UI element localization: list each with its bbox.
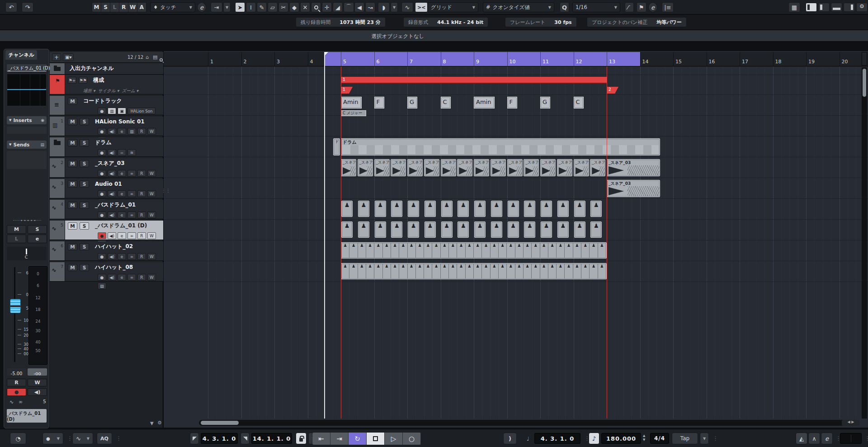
eq-curve-display[interactable] [7,74,47,106]
edit-channel-button[interactable]: e [118,128,126,135]
read-automation-button[interactable]: R [137,232,146,239]
hihat-hit-cell[interactable]: ♟ [366,243,374,258]
kick-audio-event[interactable]: ♟ [408,201,419,217]
audio01-audio-event[interactable]: _スネア_03 [607,180,660,197]
track-row-6[interactable]: ∿6MSハイハット_02●◀)e∞RW▤ [50,241,163,261]
write-automation-button[interactable]: W [28,379,47,386]
read-automation-button[interactable]: R [137,190,146,197]
hihat-hit-cell[interactable]: ♟ [432,243,440,258]
retrospective-record-button[interactable]: ) [503,433,517,444]
track-name[interactable]: HALion Sonic 01 [95,118,145,125]
kick-audio-event[interactable]: ♟ [358,221,369,238]
hihat-hit-cell[interactable]: ♟ [349,263,358,279]
kick-audio-event[interactable]: ♟ [391,221,402,238]
hihat-hit-cell[interactable]: ♟ [515,243,524,258]
monitor-button[interactable]: ◀) [108,128,116,135]
kick-audio-event[interactable]: ♟ [541,201,552,217]
kick-audio-event[interactable]: ♟ [590,201,602,217]
left-locator-display[interactable]: 4. 3. 1. 0 [201,433,238,444]
record-button[interactable]: ○ [403,433,421,445]
hihat-hit-cell[interactable]: ♟ [424,243,432,258]
kick-audio-event[interactable]: ♟ [557,221,569,238]
right-zone-toggle[interactable] [844,3,855,12]
chord-event[interactable]: F [374,97,384,108]
track-row-io[interactable]: 入出力チャンネル [50,63,163,75]
snare-audio-event[interactable]: _スネア [474,159,489,176]
chord-output-dropdown[interactable]: HALion Son [127,108,156,114]
monitor-button[interactable]: ◀) [108,170,116,177]
hihat-hit-cell[interactable]: ♟ [524,243,532,258]
quantize-panel-button[interactable]: e [648,2,657,12]
chord-event[interactable]: G [407,97,417,108]
snap-on-off-button[interactable]: >< [415,2,428,12]
hand-tool[interactable]: ✛ [322,2,332,12]
undo-button[interactable]: ↶ [5,2,17,12]
freeze-button[interactable]: ∞ [127,190,136,197]
snare-audio-event[interactable]: _スネア [457,159,472,176]
automation-m-button[interactable]: M [92,3,101,12]
kick-audio-event[interactable]: ♟ [458,221,469,238]
read-automation-button[interactable]: R [7,379,26,386]
kick-audio-event[interactable]: ♟ [474,221,486,238]
hihat-hit-cell[interactable]: ♟ [383,243,391,258]
kick-audio-event[interactable]: ♟ [574,201,585,217]
kick-audio-event[interactable]: ♟ [408,221,419,238]
left-locator-icon[interactable] [190,433,199,444]
ruler-corner-button[interactable] [862,52,867,66]
read-automation-button[interactable]: R [137,128,146,135]
auto-scroll-button[interactable]: ⇥ [211,2,222,12]
record-enable-button[interactable]: ● [98,149,106,156]
track-name[interactable]: ハイハット_02 [95,243,133,250]
snare-audio-event[interactable]: _スネア [391,159,406,176]
snare-audio-event[interactable]: _スネア [374,159,390,176]
solo-button[interactable]: S [80,222,89,230]
freeze-button[interactable]: ∞ [127,253,136,260]
write-automation-button[interactable]: W [147,170,156,177]
curve-tool[interactable]: ⌒ [344,2,354,12]
write-automation-button[interactable]: W [147,274,156,281]
snare-audio-event[interactable]: _スネア [590,159,605,176]
hihat-hit-cell[interactable]: ♟ [590,243,598,258]
hihat-hit-cell[interactable]: ♟ [391,263,399,279]
track-name[interactable]: _バスドラム_01 [95,201,136,209]
right-locator-display[interactable]: 14. 1. 1. 0 [251,433,292,444]
hihat-hit-cell[interactable]: ♟ [581,263,590,279]
record-enable-button[interactable]: ● [98,128,106,135]
automation-r-button[interactable]: R [119,3,128,12]
hihat-hit-cell[interactable]: ♟ [341,243,349,258]
insert-slot[interactable] [7,127,47,134]
record-enable-button[interactable]: ● [7,388,26,396]
write-automation-button[interactable]: W [147,253,156,260]
iterative-quantize-button[interactable]: ⁄˙ [625,2,634,12]
read-automation-button[interactable]: R [137,170,146,177]
metronome-setup-button[interactable]: e [821,433,833,444]
hihat-hit-cell[interactable]: ♟ [540,263,548,279]
record-enable-button[interactable]: ● [98,190,106,197]
kick-audio-event[interactable]: ♟ [557,201,569,217]
auto-scroll-dropdown[interactable]: ▼ [223,2,231,12]
hihat-hit-cell[interactable]: ♟ [416,243,424,258]
vertical-scrollbar[interactable] [862,67,867,419]
monitor-button[interactable]: ◀) [108,274,116,281]
kick-audio-event[interactable]: ♟ [524,221,535,238]
hihat-hit-cell[interactable]: ♟ [482,263,490,279]
automation-suspend-buttons[interactable]: MSLRWA [92,2,147,12]
kick-audio-event[interactable]: ♟ [508,201,519,217]
hihat-hit-cell[interactable]: ♟ [557,263,565,279]
hihat-hit-cell[interactable]: ♟ [581,243,590,258]
hihat-hit-cell[interactable]: ♟ [416,263,424,279]
track-name[interactable]: コードトラック [83,97,122,105]
kick-audio-event[interactable]: ♟ [508,221,519,238]
channel-mute-button[interactable]: M [7,225,26,234]
track-name[interactable]: ハイハット_08 [95,263,133,271]
hihat-hit-cell[interactable]: ♟ [358,243,366,258]
kick-audio-event[interactable]: ♟ [441,221,453,238]
hihat-hit-cell[interactable]: ♟ [482,243,490,258]
solo-button[interactable]: S [80,202,89,209]
group-editing-button[interactable]: = [118,149,126,156]
peak-value[interactable]: -oo [28,368,47,376]
color-tool-button[interactable]: ◗ [378,2,390,12]
read-automation-button[interactable]: R [137,274,146,281]
hihat-hit-cell[interactable]: ♟ [474,243,482,258]
kick-audio-event[interactable]: ♟ [441,201,453,217]
